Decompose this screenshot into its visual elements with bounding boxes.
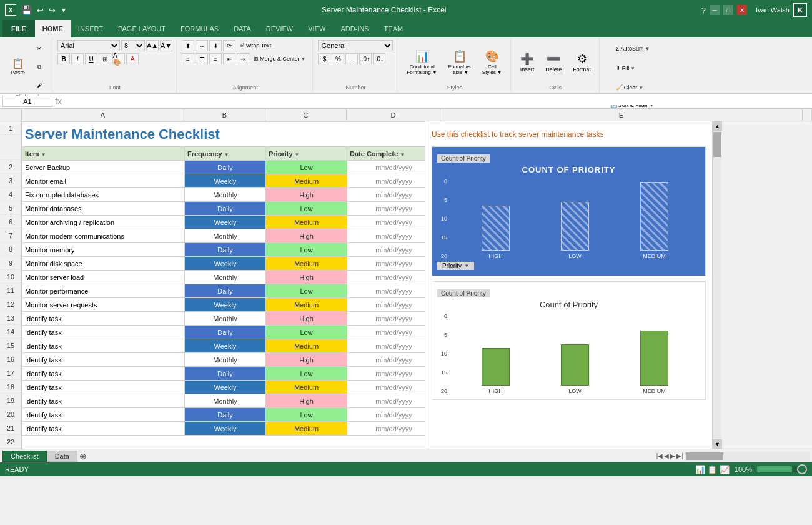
table-row[interactable]: Monitor databasesDailyLowmm/dd/yyyy <box>22 202 425 216</box>
cell-frequency[interactable]: Monthly <box>185 188 266 202</box>
header-date[interactable]: Date Complete ▼ <box>347 147 425 161</box>
cell-item[interactable]: Monitor memory <box>22 243 185 257</box>
align-bottom-button[interactable]: ⬇ <box>209 40 222 51</box>
cell-date[interactable]: mm/dd/yyyy <box>347 353 425 367</box>
cell-frequency[interactable]: Monthly <box>185 353 266 367</box>
conditional-formatting-button[interactable]: 📊 ConditionalFormatting ▼ <box>402 44 441 81</box>
cell-frequency[interactable]: Monthly <box>185 271 266 284</box>
cell-item[interactable]: Identify task <box>22 367 185 381</box>
cell-item[interactable]: Monitor server load <box>22 271 185 284</box>
increase-decimal-button[interactable]: .0↑ <box>359 53 372 64</box>
scroll-thumb[interactable] <box>713 132 721 157</box>
table-row[interactable]: Monitor memoryDailyLowmm/dd/yyyy <box>22 243 425 257</box>
clear-dropdown[interactable]: ▼ <box>638 85 643 91</box>
align-right-button[interactable]: ≡ <box>209 53 222 64</box>
cell-frequency[interactable]: Weekly <box>185 339 266 353</box>
decrease-indent-button[interactable]: ⇤ <box>223 53 235 64</box>
cell-priority[interactable]: Medium <box>266 257 347 271</box>
qa-dropdown[interactable]: ▼ <box>61 7 67 14</box>
nav-next[interactable]: ▶ <box>670 452 675 459</box>
cell-item[interactable]: Identify task <box>22 339 185 353</box>
cell-date[interactable]: mm/dd/yyyy <box>347 394 425 408</box>
col-header-e[interactable]: E <box>440 109 803 121</box>
increase-font-button[interactable]: A▲ <box>146 40 159 51</box>
tab-addins[interactable]: ADD-INS <box>333 20 376 38</box>
cell-date[interactable]: mm/dd/yyyy <box>347 367 425 381</box>
delete-button[interactable]: ➖ Delete <box>541 44 566 81</box>
zoom-slider[interactable] <box>757 466 807 472</box>
table-row[interactable]: Monitor server requestsWeeklyMediummm/dd… <box>22 298 425 312</box>
currency-button[interactable]: $ <box>318 53 330 64</box>
sheet-tab-data[interactable]: Data <box>47 451 77 462</box>
align-center-button[interactable]: ☰ <box>196 53 208 64</box>
cell-date[interactable]: mm/dd/yyyy <box>347 243 425 257</box>
scroll-down-button[interactable]: ▼ <box>713 439 722 449</box>
autosum-dropdown[interactable]: ▼ <box>645 46 650 52</box>
cell-reference-input[interactable] <box>2 96 52 107</box>
cell-priority[interactable]: High <box>266 188 347 202</box>
col-header-c[interactable]: C <box>265 109 347 121</box>
table-row[interactable]: Identify taskMonthlyHighmm/dd/yyyy <box>22 394 425 408</box>
cell-frequency[interactable]: Daily <box>185 408 266 422</box>
font-color-button[interactable]: A <box>126 53 139 64</box>
cell-date[interactable]: mm/dd/yyyy <box>347 381 425 394</box>
zoom-thumb[interactable] <box>797 464 807 474</box>
cell-priority[interactable]: Medium <box>266 216 347 229</box>
cell-item[interactable]: Monitor performance <box>22 284 185 298</box>
tab-team[interactable]: TEAM <box>377 20 411 38</box>
cell-item[interactable]: Identify task <box>22 353 185 367</box>
fill-dropdown[interactable]: ▼ <box>630 66 635 71</box>
cell-frequency[interactable]: Monthly <box>185 312 266 326</box>
cell-date[interactable]: mm/dd/yyyy <box>347 339 425 353</box>
increase-indent-button[interactable]: ⇥ <box>237 53 249 64</box>
tab-review[interactable]: REVIEW <box>259 20 300 38</box>
cell-item[interactable]: Identify task <box>22 326 185 339</box>
table-row[interactable]: Identify taskDailyLowmm/dd/yyyy <box>22 326 425 339</box>
cell-date[interactable]: mm/dd/yyyy <box>347 202 425 216</box>
tab-page-layout[interactable]: PAGE LAYOUT <box>111 20 173 38</box>
paste-button[interactable]: 📋 Paste <box>6 48 29 86</box>
nav-first[interactable]: |◀ <box>656 452 663 459</box>
cell-frequency[interactable]: Daily <box>185 243 266 257</box>
percent-button[interactable]: % <box>332 53 344 64</box>
cell-frequency[interactable]: Weekly <box>185 216 266 229</box>
header-priority[interactable]: Priority ▼ <box>266 147 347 161</box>
wrap-text-button[interactable]: ⏎ Wrap Text <box>237 41 274 51</box>
format-painter-button[interactable]: 🖌 <box>31 76 48 94</box>
close-button[interactable]: ✕ <box>737 5 747 15</box>
cell-frequency[interactable]: Monthly <box>185 394 266 408</box>
col-header-d[interactable]: D <box>347 109 440 121</box>
table-row[interactable]: Server BackupDailyLowmm/dd/yyyy <box>22 161 425 174</box>
cell-priority[interactable]: Low <box>266 202 347 216</box>
cell-item[interactable]: Monitor modem communications <box>22 229 185 243</box>
cell-frequency[interactable]: Weekly <box>185 174 266 188</box>
fill-color-button[interactable]: A🎨 <box>112 53 125 64</box>
font-size-select[interactable]: 81012 <box>121 40 145 51</box>
table-row[interactable]: Monitor disk spaceWeeklyMediummm/dd/yyyy <box>22 257 425 271</box>
cell-item[interactable]: Monitor databases <box>22 202 185 216</box>
tab-file[interactable]: FILE <box>2 20 35 38</box>
tab-home[interactable]: HOME <box>35 20 71 38</box>
format-button[interactable]: ⚙ Format <box>568 44 595 81</box>
formula-input[interactable] <box>64 98 810 105</box>
cell-date[interactable]: mm/dd/yyyy <box>347 284 425 298</box>
tab-formulas[interactable]: FORMULAS <box>173 20 226 38</box>
cell-priority[interactable]: Low <box>266 367 347 381</box>
minimize-button[interactable]: ─ <box>710 5 720 15</box>
cell-priority[interactable]: Low <box>266 243 347 257</box>
nav-prev[interactable]: ◀ <box>664 452 669 459</box>
cell-date[interactable]: mm/dd/yyyy <box>347 408 425 422</box>
table-row[interactable]: Identify taskDailyLowmm/dd/yyyy <box>22 408 425 422</box>
filter-arrow-freq[interactable]: ▼ <box>224 152 229 158</box>
cell-date[interactable]: mm/dd/yyyy <box>347 174 425 188</box>
cell-item[interactable]: Monitor server requests <box>22 298 185 312</box>
cell-priority[interactable]: High <box>266 394 347 408</box>
underline-button[interactable]: U <box>85 53 97 64</box>
clear-button[interactable]: 🧹 Clear ▼ <box>613 79 646 96</box>
align-top-button[interactable]: ⬆ <box>182 40 194 51</box>
h-scroll-thumb[interactable] <box>686 452 723 460</box>
cell-item[interactable]: Identify task <box>22 394 185 408</box>
spreadsheet-title[interactable]: Server Maintenance Checklist <box>22 122 425 147</box>
cell-frequency[interactable]: Monthly <box>185 229 266 243</box>
header-frequency[interactable]: Frequency ▼ <box>185 147 266 161</box>
